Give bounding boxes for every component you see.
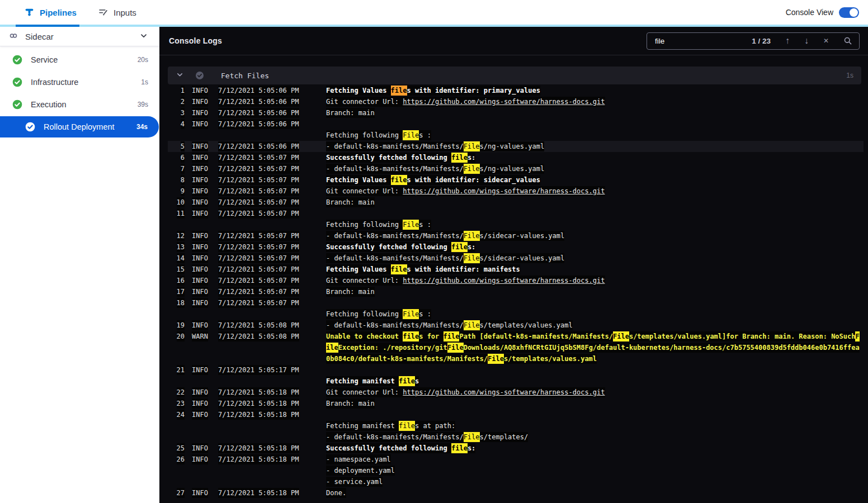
line-number: 15: [168, 264, 185, 275]
log-text: s with identifier: primary_values: [407, 86, 540, 96]
search-input[interactable]: [654, 36, 752, 46]
log-link[interactable]: https://github.com/wings-software/harnes…: [403, 387, 605, 397]
log-text: Git connector Url:: [326, 276, 403, 286]
tab-inputs[interactable]: Inputs: [98, 0, 136, 25]
search-icon[interactable]: [843, 36, 852, 45]
sidebar-step-service[interactable]: Service20s: [0, 49, 159, 71]
log-level: INFO: [192, 275, 218, 286]
tab-pipelines[interactable]: Pipelines: [25, 0, 77, 25]
log-level: INFO: [192, 85, 218, 96]
log-timestamp: 7/12/2021 5:05:07 PM: [218, 230, 326, 241]
log-timestamp: 7/12/2021 5:05:07 PM: [218, 152, 326, 163]
log-text: Fetching following: [326, 220, 403, 230]
log-level: INFO: [192, 107, 218, 118]
log-section-fetch-files[interactable]: Fetch Files 1s: [168, 67, 861, 84]
line-number: 4: [168, 118, 185, 130]
log-text: - default-k8s-manifests/Manifests/: [326, 141, 464, 151]
line-number: [168, 309, 185, 320]
tab-label: Inputs: [114, 8, 136, 17]
log-text: s at path:: [415, 421, 455, 431]
search-match: File: [464, 320, 480, 330]
log-line: 9INFO7/12/2021 5:05:07 PMGit connector U…: [168, 186, 864, 197]
link-icon: [9, 31, 19, 41]
sidebar-step-execution[interactable]: Execution39s: [0, 93, 159, 116]
log-level: INFO: [192, 118, 218, 130]
log-level: INFO: [192, 409, 218, 420]
log-level: INFO: [192, 398, 218, 409]
line-number: 1: [168, 85, 185, 96]
log-message: Fetching Values files with identifier: s…: [326, 174, 864, 186]
chevron-down-icon[interactable]: [176, 70, 186, 80]
log-timestamp: 7/12/2021 5:05:07 PM: [218, 163, 326, 174]
chevron-down-icon[interactable]: [139, 31, 149, 41]
line-number: 20: [168, 331, 185, 342]
log-link[interactable]: https://github.com/wings-software/harnes…: [403, 97, 605, 107]
log-text: - default-k8s-manifests/Manifests/: [326, 320, 464, 330]
log-message: - service.yaml: [326, 476, 864, 487]
step-duration: 20s: [138, 56, 148, 64]
previous-match-button[interactable]: ↑: [785, 36, 790, 45]
log-timestamp: 7/12/2021 5:05:07 PM: [218, 253, 326, 264]
log-line-continuation: Fetching following Files :: [168, 130, 864, 141]
log-text: - service.yaml: [326, 477, 383, 487]
log-text: Fetching Values: [326, 264, 391, 274]
line-number: [168, 353, 185, 364]
log-line: 5INFO7/12/2021 5:05:06 PM- default-k8s-m…: [168, 141, 864, 152]
log-timestamp: 7/12/2021 5:05:07 PM: [218, 264, 326, 275]
log-level: [192, 353, 218, 364]
log-message: [326, 297, 864, 309]
log-timestamp: [218, 353, 326, 364]
log-line: 26INFO7/12/2021 5:05:18 PM- namespace.ya…: [168, 454, 864, 465]
log-text: Git connector Url:: [326, 97, 403, 107]
step-label: Service: [31, 55, 58, 64]
search-match: File: [403, 309, 419, 319]
log-text: Branch: main: [326, 197, 375, 207]
log-message: Branch: main: [326, 398, 864, 409]
log-message: Fetching following Files :: [326, 219, 864, 230]
log-text: Git connector Url:: [326, 387, 403, 397]
log-message: - default-k8s-manifests/Manifests/Files/…: [326, 253, 864, 264]
log-timestamp: 7/12/2021 5:05:07 PM: [218, 275, 326, 286]
log-text: s/templates/values.yaml: [480, 320, 573, 330]
log-text: s: [415, 376, 419, 386]
log-link[interactable]: https://github.com/wings-software/harnes…: [403, 276, 605, 286]
log-text: s/templates/values.yaml]for Branch: main…: [629, 331, 856, 341]
log-text: Branch: main: [326, 108, 375, 118]
search-match: file: [399, 376, 415, 386]
stage-header-sidecar[interactable]: Sidecar: [0, 27, 159, 46]
search-match: file: [451, 153, 468, 163]
log-link[interactable]: https://github.com/wings-software/harnes…: [403, 186, 605, 196]
log-timestamp: 7/12/2021 5:05:08 PM: [218, 331, 326, 342]
log-level: INFO: [192, 208, 218, 219]
log-level: [192, 431, 218, 443]
log-message: Branch: main: [326, 197, 864, 208]
log-text: s for: [419, 331, 443, 341]
log-timestamp: 7/12/2021 5:05:06 PM: [218, 96, 326, 107]
log-line: 21INFO7/12/2021 5:05:17 PM: [168, 364, 864, 376]
log-text: s with identifier: sidecar_values: [407, 175, 540, 185]
log-line: 1INFO7/12/2021 5:05:06 PMFetching Values…: [168, 85, 864, 96]
log-message: Done.: [326, 487, 864, 499]
log-level: [192, 465, 218, 476]
log-text: Unable to checkout: [326, 331, 403, 341]
log-message: Successfully fetched following files:: [326, 152, 864, 163]
log-line-continuation: Fetching following Files :: [168, 309, 864, 320]
log-level: INFO: [192, 186, 218, 197]
log-message: 0b084c0/default-k8s-manifests/Manifests/…: [326, 353, 864, 364]
step-duration: 39s: [138, 101, 148, 108]
sidebar-step-infrastructure[interactable]: Infrastructure1s: [0, 71, 159, 93]
search-match: File: [488, 354, 504, 364]
log-timestamp: 7/12/2021 5:05:07 PM: [218, 197, 326, 208]
sidebar-step-rollout-deployment[interactable]: Rollout Deployment34s: [0, 116, 159, 137]
line-number: 14: [168, 253, 185, 264]
log-text: s/templates/values.yaml: [504, 354, 597, 364]
search-match: File: [403, 130, 419, 140]
console-panel: Console Logs 1 / 23 ↑ ↓ ✕ Fetch: [159, 27, 868, 503]
console-view-toggle[interactable]: [839, 7, 859, 18]
tab-label: Pipelines: [40, 8, 77, 17]
close-search-icon[interactable]: ✕: [823, 37, 829, 44]
next-match-button[interactable]: ↓: [804, 36, 809, 45]
log-level: INFO: [192, 230, 218, 241]
step-duration: 34s: [136, 123, 148, 131]
log-message: Branch: main: [326, 107, 864, 118]
